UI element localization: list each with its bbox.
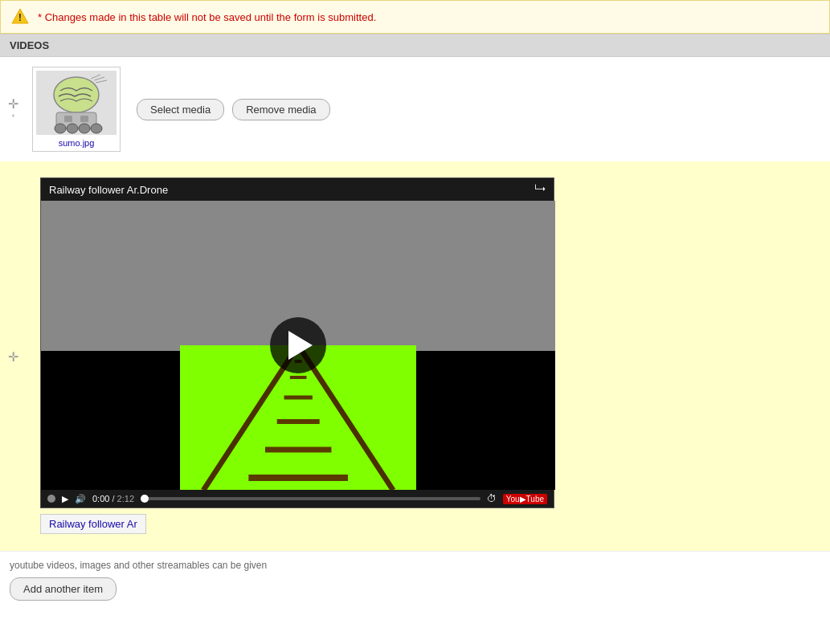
section-header: VIDEOS <box>0 34 830 57</box>
svg-rect-12 <box>64 116 72 122</box>
time-current: 0:00 <box>92 494 109 503</box>
svg-text:!: ! <box>18 11 22 23</box>
video-title: Railway follower Ar.Drone <box>49 184 168 196</box>
section-title: VIDEOS <box>10 39 49 51</box>
svg-point-11 <box>91 124 102 133</box>
share-icon[interactable]: ⮡ <box>534 183 546 196</box>
warning-icon: ! <box>10 7 30 26</box>
svg-point-10 <box>79 124 90 133</box>
video-caption-link[interactable]: Railway follower Ar <box>40 514 146 534</box>
progress-scrubber <box>141 495 149 503</box>
svg-rect-13 <box>80 116 88 122</box>
footer-section: youtube videos, images and other streama… <box>0 551 830 609</box>
volume-icon[interactable]: 🔊 <box>75 494 86 504</box>
remove-media-button[interactable]: Remove media <box>232 99 329 120</box>
svg-point-8 <box>55 124 66 133</box>
svg-point-9 <box>67 124 78 133</box>
video-drag-handle[interactable]: ✛ <box>8 348 18 364</box>
play-triangle-icon <box>288 331 313 360</box>
drag-handle[interactable]: ✛ * <box>8 96 18 122</box>
footer-hint: youtube videos, images and other streama… <box>10 560 820 571</box>
time-total: 2:12 <box>117 494 134 503</box>
youtube-logo: You▶Tube <box>503 494 547 504</box>
progress-bar[interactable] <box>141 497 480 500</box>
video-player: Railway follower Ar.Drone ⮡ <box>40 177 554 508</box>
video-section: ✛ Railway follower Ar.Drone ⮡ <box>0 161 830 551</box>
media-row: ✛ * <box>0 57 830 161</box>
warning-text: * Changes made in this table will not be… <box>38 11 376 23</box>
play-pause-icon[interactable]: ▶ <box>62 494 68 504</box>
play-button[interactable] <box>270 317 326 373</box>
video-caption: Railway follower Ar <box>40 513 814 535</box>
video-frame <box>41 201 555 490</box>
select-media-button[interactable]: Select media <box>137 99 224 120</box>
progress-dot <box>47 495 55 503</box>
media-thumbnail: sumo.jpg <box>32 67 121 152</box>
video-top-bar: Railway follower Ar.Drone ⮡ <box>41 178 554 201</box>
filename-link[interactable]: sumo.jpg <box>59 138 95 148</box>
media-buttons: Select media Remove media <box>137 99 330 120</box>
time-display: 0:00 / 2:12 <box>92 494 134 503</box>
video-controls: ▶ 🔊 0:00 / 2:12 ⏱ You▶Tube <box>41 490 554 507</box>
warning-banner: ! * Changes made in this table will not … <box>0 0 830 34</box>
settings-icon[interactable]: ⏱ <box>487 493 497 504</box>
thumbnail-image <box>36 71 117 135</box>
add-another-item-button[interactable]: Add another item <box>10 577 117 601</box>
